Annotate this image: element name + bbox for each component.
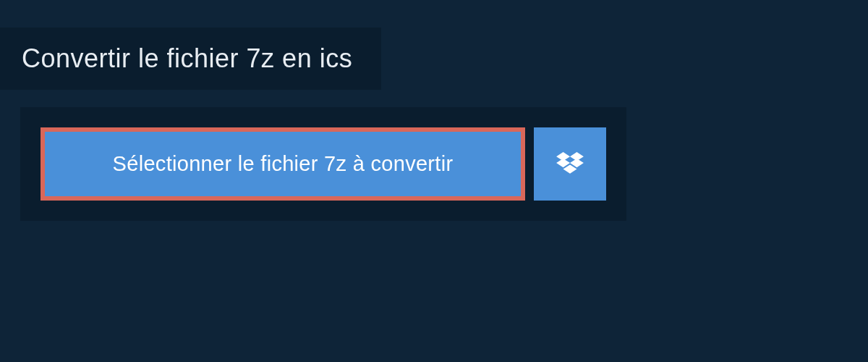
select-file-button[interactable]: Sélectionner le fichier 7z à convertir xyxy=(41,127,525,201)
dropbox-button[interactable] xyxy=(534,127,606,201)
upload-panel: Sélectionner le fichier 7z à convertir xyxy=(20,107,626,221)
page-title: Convertir le fichier 7z en ics xyxy=(22,43,352,74)
dropbox-icon xyxy=(556,152,584,177)
title-bar: Convertir le fichier 7z en ics xyxy=(0,28,381,90)
